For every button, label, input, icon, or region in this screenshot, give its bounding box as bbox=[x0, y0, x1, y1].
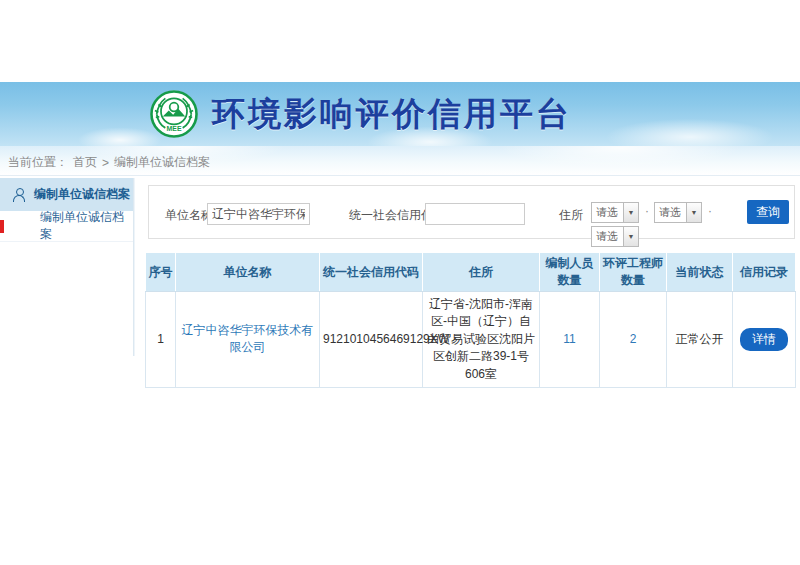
header-status: 当前状态 bbox=[667, 253, 733, 292]
detail-button[interactable]: 详情 bbox=[740, 328, 788, 351]
province-select[interactable]: 请选择 ▼ bbox=[591, 202, 639, 223]
cell-credit-code: 9121010456469129XW bbox=[320, 292, 423, 388]
table-row: 1 辽宁中咨华宇环保技术有限公司 9121010456469129XW 辽宁省-… bbox=[146, 292, 796, 388]
table-header-row: 序号 单位名称 统一社会信用代码 住所 编制人员数量 环评工程师数量 当前状态 … bbox=[146, 253, 796, 292]
credit-code-input[interactable] bbox=[425, 203, 525, 225]
header-unit-name: 单位名称 bbox=[176, 253, 320, 292]
breadcrumb-current: 编制单位诚信档案 bbox=[114, 154, 210, 171]
sidebar: 编制单位诚信档案 编制单位诚信档案 bbox=[0, 178, 134, 356]
header-credit-code: 统一社会信用代码 bbox=[320, 253, 423, 292]
results-table: 序号 单位名称 统一社会信用代码 住所 编制人员数量 环评工程师数量 当前状态 … bbox=[145, 252, 796, 388]
cell-status: 正常公开 bbox=[667, 292, 733, 388]
header-engineer-count: 环评工程师数量 bbox=[600, 253, 667, 292]
city-select[interactable]: 请选择 ▼ bbox=[654, 202, 702, 223]
engineer-count-link[interactable]: 2 bbox=[630, 332, 637, 346]
header-address: 住所 bbox=[423, 253, 540, 292]
user-icon bbox=[12, 188, 26, 202]
header-credit-record: 信用记录 bbox=[733, 253, 796, 292]
mee-logo-icon: MEE bbox=[148, 88, 200, 140]
address-separator: · bbox=[708, 204, 712, 218]
query-button[interactable]: 查询 bbox=[747, 200, 789, 224]
sidebar-section-archive[interactable]: 编制单位诚信档案 bbox=[0, 178, 133, 211]
breadcrumb: 当前位置： 首页 > 编制单位诚信档案 bbox=[8, 154, 210, 171]
svg-text:MEE: MEE bbox=[167, 125, 182, 132]
address-separator: · bbox=[645, 204, 649, 218]
sidebar-item-label: 编制单位诚信档案 bbox=[40, 209, 133, 243]
unit-name-input[interactable] bbox=[207, 203, 310, 225]
sidebar-section-label: 编制单位诚信档案 bbox=[34, 186, 130, 203]
cell-index: 1 bbox=[146, 292, 176, 388]
chevron-down-icon[interactable]: ▼ bbox=[623, 203, 638, 222]
unit-name-link[interactable]: 辽宁中咨华宇环保技术有限公司 bbox=[182, 323, 314, 354]
district-select[interactable]: 请选择 ▼ bbox=[591, 226, 639, 247]
breadcrumb-home-link[interactable]: 首页 bbox=[73, 154, 97, 171]
search-panel: 单位名称 ： 统一社会信用代码 ： 住所 ： 请选择 ▼ · 请选择 ▼ · 请… bbox=[148, 185, 795, 239]
header-index: 序号 bbox=[146, 253, 176, 292]
chevron-down-icon[interactable]: ▼ bbox=[686, 203, 701, 222]
breadcrumb-separator: > bbox=[102, 156, 109, 170]
cell-address: 辽宁省-沈阳市-浑南区-中国（辽宁）自由贸易试验区沈阳片区创新二路39-1号60… bbox=[423, 292, 540, 388]
header-staff-count: 编制人员数量 bbox=[540, 253, 600, 292]
staff-count-link[interactable]: 11 bbox=[563, 332, 575, 346]
active-marker bbox=[0, 220, 4, 233]
brand: MEE 环境影响评价信用平台 bbox=[148, 88, 572, 140]
site-title: 环境影响评价信用平台 bbox=[212, 92, 572, 137]
page: MEE 环境影响评价信用平台 当前位置： 首页 > 编制单位诚信档案 编制单位诚… bbox=[0, 0, 800, 565]
sidebar-item-archive[interactable]: 编制单位诚信档案 bbox=[0, 211, 133, 242]
chevron-down-icon[interactable]: ▼ bbox=[623, 227, 638, 246]
breadcrumb-prefix: 当前位置： bbox=[8, 154, 68, 171]
